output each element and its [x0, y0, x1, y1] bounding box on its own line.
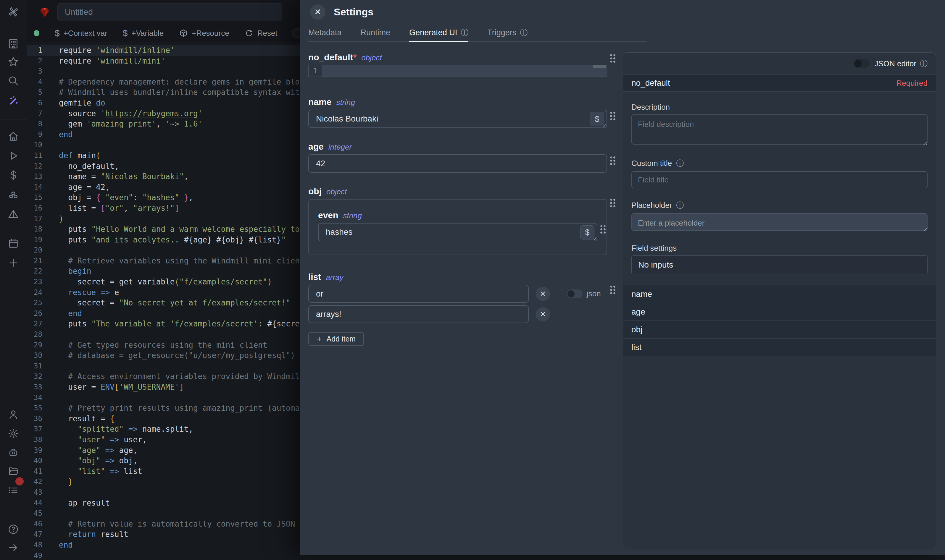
- reset-button[interactable]: Reset: [245, 29, 277, 38]
- info-icon: ⓘ: [676, 158, 684, 169]
- field-settings-empty: No inputs: [631, 255, 928, 274]
- insert-variable-button[interactable]: $: [590, 112, 604, 126]
- remove-item-icon[interactable]: ✕: [536, 287, 550, 301]
- tab-triggers[interactable]: Triggers ⓘ: [487, 24, 527, 42]
- required-badge: Required: [896, 78, 928, 88]
- magic-wand-icon[interactable]: [7, 95, 20, 107]
- home-icon[interactable]: [7, 130, 20, 143]
- drawer-header: ✕ Settings: [300, 0, 945, 24]
- field-type: string: [343, 211, 362, 220]
- placeholder-label: Placeholder ⓘ: [631, 200, 928, 211]
- field-row-name[interactable]: name: [623, 285, 936, 303]
- tab-generated-ui[interactable]: Generated UI ⓘ: [409, 24, 469, 42]
- panel-header: JSON editor ⓘ: [623, 52, 936, 75]
- star-icon[interactable]: [7, 55, 20, 68]
- windmill-logo-icon[interactable]: [7, 6, 20, 18]
- pyramid-icon[interactable]: [7, 208, 20, 220]
- notification-badge: [15, 477, 24, 486]
- dollar-icon: $: [123, 28, 128, 38]
- gear-icon[interactable]: [7, 427, 20, 440]
- settings-tabs: Metadata Runtime Generated UI ⓘ Triggers…: [308, 24, 647, 42]
- windmill-app: $ +Context var $ +Variable +Resource Res…: [0, 0, 945, 560]
- arrow-right-icon[interactable]: [7, 542, 20, 554]
- settings-drawer: ✕ Settings Metadata Runtime Generated UI…: [300, 0, 945, 555]
- even-input[interactable]: [318, 223, 597, 241]
- drag-handle[interactable]: [609, 285, 616, 294]
- list-item-input[interactable]: [308, 305, 529, 323]
- drawer-title: Settings: [334, 6, 373, 18]
- plus-icon: +: [317, 334, 322, 344]
- description-label: Description: [631, 103, 928, 112]
- list-item-input[interactable]: [308, 285, 529, 303]
- info-icon: ⓘ: [920, 58, 928, 69]
- description-textarea[interactable]: [631, 114, 928, 145]
- no-default-json-editor[interactable]: 1: [308, 65, 607, 77]
- add-context-var-button[interactable]: $ +Context var: [55, 28, 107, 38]
- package-icon: [179, 29, 188, 38]
- field-name-string: name string $: [308, 97, 607, 128]
- play-icon[interactable]: [7, 149, 20, 162]
- robot-icon[interactable]: [7, 446, 20, 458]
- field-row-obj[interactable]: obj: [623, 320, 936, 338]
- field-type: integer: [328, 143, 352, 152]
- selected-field-row[interactable]: no_default Required: [623, 75, 936, 92]
- list-item-row: ✕: [308, 305, 607, 323]
- editor-scrollbar[interactable]: [593, 65, 606, 68]
- drag-handle[interactable]: [609, 156, 616, 165]
- drag-handle[interactable]: [609, 54, 616, 63]
- add-item-button[interactable]: + Add item: [308, 332, 364, 346]
- field-type: object: [326, 187, 347, 196]
- status-dot: [34, 30, 39, 36]
- field-name: obj: [308, 186, 322, 196]
- age-input[interactable]: [308, 154, 607, 173]
- json-toggle[interactable]: [567, 289, 583, 298]
- generated-ui-content: no_default * object 1 name string: [300, 42, 945, 555]
- panel-body: Description Custom title ⓘ Placeholder ⓘ: [623, 92, 936, 274]
- folder-icon[interactable]: [7, 465, 20, 477]
- info-icon: ⓘ: [461, 28, 469, 38]
- dollar-icon[interactable]: [7, 169, 20, 182]
- search-icon[interactable]: [7, 74, 20, 87]
- custom-title-label: Custom title ⓘ: [631, 158, 928, 169]
- field-name: list: [308, 272, 321, 282]
- field-settings-label: Field settings: [631, 244, 928, 253]
- custom-title-input[interactable]: [631, 171, 928, 188]
- cubes-icon[interactable]: [7, 189, 20, 201]
- calendar-icon[interactable]: [7, 237, 20, 249]
- field-type: string: [336, 98, 355, 107]
- drag-handle[interactable]: [609, 111, 616, 121]
- sidebar: [0, 0, 27, 560]
- field-name: no_default: [308, 52, 353, 62]
- form-column: no_default * object 1 name string: [308, 52, 607, 555]
- field-name: even: [318, 210, 338, 220]
- reset-icon: [245, 29, 254, 38]
- tab-runtime[interactable]: Runtime: [361, 24, 390, 42]
- field-row-list[interactable]: list: [623, 338, 936, 356]
- field-row-age[interactable]: age: [623, 303, 936, 320]
- user-icon[interactable]: [7, 408, 20, 421]
- field-name: name: [308, 97, 331, 107]
- name-input[interactable]: [308, 110, 607, 128]
- selected-field-name: no_default: [631, 78, 670, 88]
- placeholder-textarea[interactable]: [631, 213, 928, 231]
- insert-variable-button[interactable]: $: [580, 225, 594, 240]
- json-editor-toggle[interactable]: [854, 59, 869, 68]
- field-obj: obj object even string $: [308, 186, 607, 255]
- field-type: object: [361, 53, 382, 62]
- script-title-input[interactable]: [57, 3, 282, 21]
- plus-icon[interactable]: [7, 257, 20, 269]
- remove-item-icon[interactable]: ✕: [536, 307, 550, 322]
- close-icon[interactable]: ✕: [310, 5, 325, 20]
- tab-metadata[interactable]: Metadata: [308, 24, 342, 42]
- add-resource-button[interactable]: +Resource: [179, 29, 229, 38]
- add-variable-button[interactable]: $ +Variable: [123, 28, 163, 38]
- json-editor-label: JSON editor: [874, 59, 916, 68]
- required-asterisk: *: [353, 52, 357, 62]
- building-icon[interactable]: [7, 38, 20, 50]
- help-icon[interactable]: [7, 523, 20, 535]
- field-even: even string $: [318, 210, 597, 241]
- obj-nested-fields: even string $: [308, 199, 607, 255]
- drag-handle[interactable]: [600, 225, 606, 234]
- logs-list-icon[interactable]: [7, 484, 20, 497]
- drag-handle[interactable]: [609, 198, 616, 208]
